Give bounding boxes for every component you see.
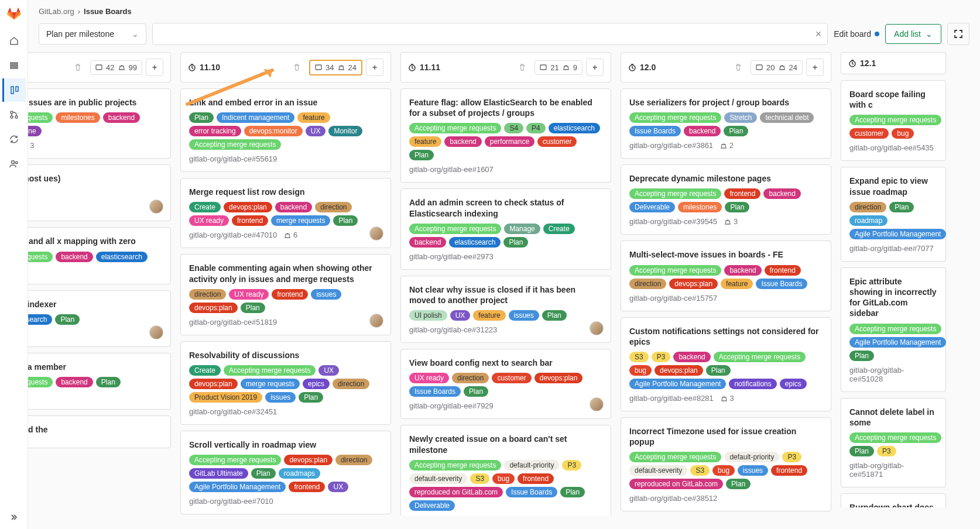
label[interactable]: Accepting merge requests [629,112,721,123]
label[interactable]: Issue Boards [409,386,461,397]
label[interactable]: S4 [504,123,523,133]
label[interactable]: devops:plan [189,303,238,313]
label[interactable]: Plan [241,303,265,313]
label[interactable]: P3 [562,460,581,470]
issue-card[interactable]: Resolvability of discussionsCreateAccept… [180,341,391,425]
issue-card[interactable]: Use serializers for project / group boar… [621,88,831,159]
issue-card[interactable]: Incorrect Timezone used for issue creati… [621,417,831,511]
label[interactable]: backend [763,188,800,199]
label[interactable]: devops:plan [224,202,272,212]
issue-card[interactable]: Cannot delete label in someAccepting mer… [841,398,946,487]
search-input[interactable]: × [152,23,828,45]
label[interactable]: feature [297,112,330,123]
issue-card[interactable]: Epic attribute showing in incorrectly fo… [841,267,946,392]
label[interactable]: Plan [55,314,80,325]
label[interactable]: epics [780,379,807,389]
label[interactable]: backend [673,352,710,362]
label[interactable]: backend [409,237,446,248]
issue-card[interactable]: Enable commenting again when showing oth… [180,254,391,335]
label[interactable]: frontend [765,265,801,276]
label[interactable]: feature [409,136,441,147]
label[interactable]: Create [189,202,221,212]
label[interactable]: default-priority [724,452,779,462]
label[interactable]: Agile Portfolio Management [629,379,726,389]
label[interactable]: Issue Boards [629,126,681,136]
label[interactable]: technical debt [760,112,814,123]
label[interactable]: S3 [690,465,710,476]
label[interactable]: default-priority [504,460,559,470]
label[interactable]: backend [724,265,761,276]
label[interactable]: backend [56,377,92,387]
label[interactable]: Accepting merge requests [629,188,721,199]
label[interactable]: devops:plan [655,365,703,376]
label[interactable]: backend [684,126,721,136]
label[interactable]: GitLab Ultimate [189,468,248,479]
label[interactable]: milestones [56,112,100,123]
nav-merge-icon[interactable] [2,103,26,126]
issue-card[interactable]: n epics if I'm not a memberAccepting mer… [28,353,171,410]
label[interactable]: Accepting merge requests [189,139,281,150]
trash-icon[interactable] [729,59,747,76]
issue-card[interactable]: Merge request list row designCreatedevop… [180,178,391,248]
issue-card[interactable]: Scroll vertically in roadmap viewAccepti… [180,431,391,514]
label[interactable]: frontend [518,473,554,484]
breadcrumb-org[interactable]: GitLab.org [39,7,74,16]
label[interactable]: UX [328,482,348,492]
nav-members-icon[interactable] [2,152,26,176]
label[interactable]: UX ready [189,215,229,226]
label[interactable]: backend [103,112,140,123]
label[interactable]: direction [849,202,886,212]
label[interactable]: direction [629,279,666,289]
label[interactable]: error tracking [189,126,241,136]
label[interactable]: UI polish [409,310,447,321]
label[interactable]: Accepting merge requests [224,365,316,376]
label[interactable]: direction [452,373,489,383]
label[interactable]: Plan [251,468,276,479]
label[interactable]: Accepting merge requests [629,452,721,462]
issue-card[interactable]: Feature flag: allow ElasticSearch to be … [400,88,611,183]
label[interactable]: Accepting merge requests [849,115,941,125]
label[interactable]: issues [265,392,296,403]
nav-home-icon[interactable] [2,29,26,53]
label[interactable]: elasticsearch [449,237,501,248]
label[interactable]: P4 [526,123,546,133]
label[interactable]: Issue Boards [756,279,807,289]
issue-card[interactable]: Expand epic to view issue roadmapdirecti… [841,167,946,261]
label[interactable]: Product Vision 2019 [189,392,262,403]
assignee-avatar[interactable] [369,314,383,328]
issue-card[interactable]: Add an admin screen to check status of E… [400,188,611,269]
assignee-avatar[interactable] [590,321,604,335]
label[interactable]: default-severity [629,465,687,476]
label[interactable]: backend [444,136,481,147]
label[interactable]: Plan [96,377,121,387]
label[interactable]: bug [629,365,652,376]
label[interactable]: Agile Portfolio Management [849,337,946,348]
label[interactable]: S3 [470,473,489,484]
label[interactable]: Manage [504,224,540,234]
label[interactable]: direction [189,289,226,300]
label[interactable]: UX ready [229,289,269,300]
label[interactable]: frontend [289,482,325,492]
label[interactable]: Create [543,224,575,234]
label[interactable]: UX [318,365,339,376]
label[interactable]: frontend [724,188,760,199]
label[interactable]: Plan [503,237,528,248]
label[interactable]: bug [892,128,914,139]
label[interactable]: Indicent management [217,112,294,123]
add-card-button[interactable]: + [586,59,604,76]
label[interactable]: issues [311,289,341,300]
trash-icon[interactable] [69,59,87,76]
label[interactable]: direction [335,455,372,465]
label[interactable]: UX [306,126,326,136]
label[interactable]: Plan [849,351,874,361]
label[interactable]: Plan [889,202,914,212]
issue-card[interactable]: Link and embed error in an issuePlanIndi… [180,88,391,172]
label[interactable]: issues [509,310,539,321]
fullscreen-button[interactable] [947,23,969,45]
label[interactable]: P3 [877,446,896,456]
label[interactable]: Plan [724,126,748,136]
label[interactable]: milestones [678,202,722,212]
label[interactable]: Accepting merge requests [409,224,501,234]
label[interactable]: issues [738,465,768,476]
label[interactable]: customer [537,136,577,147]
